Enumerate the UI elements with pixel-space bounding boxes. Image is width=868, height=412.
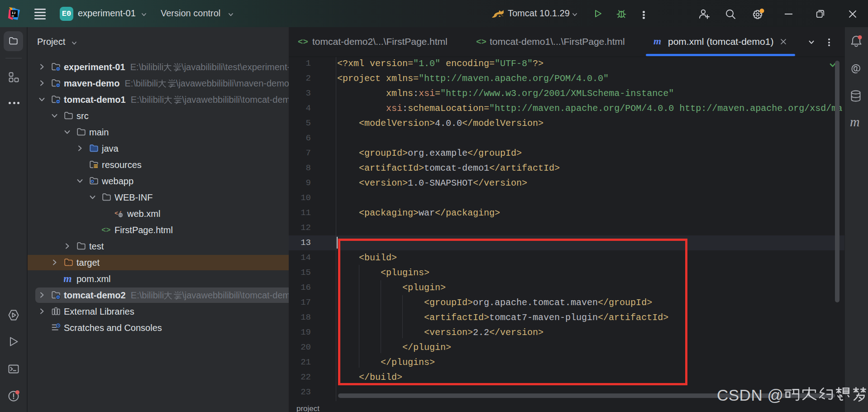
svg-text:<>: <> <box>298 37 308 47</box>
svg-text:m: m <box>64 274 72 283</box>
svg-text:IJ: IJ <box>12 11 16 15</box>
svg-text:<>: <> <box>476 37 486 47</box>
svg-text:<>: <> <box>102 226 110 235</box>
